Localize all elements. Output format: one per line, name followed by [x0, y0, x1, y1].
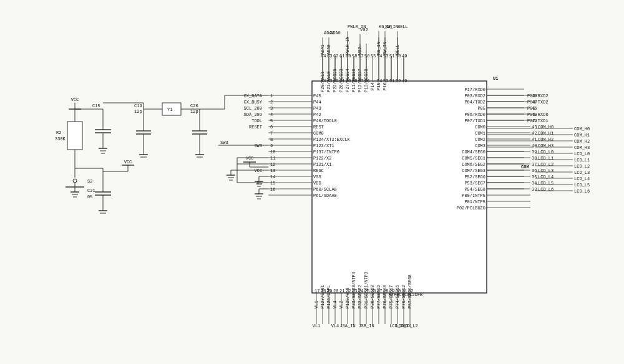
svg-text:12: 12: [270, 162, 275, 167]
svg-text:P03/RXD2: P03/RXD2: [527, 93, 548, 98]
svg-text:P124/XT2:EXCLK: P124/XT2:EXCLK: [313, 137, 351, 142]
svg-text:C20: C20: [190, 103, 198, 108]
svg-text:COM_H1: COM_H1: [574, 133, 590, 138]
svg-text:49: 49: [402, 79, 407, 84]
svg-text:35: 35: [532, 175, 537, 180]
svg-text:P16: P16: [383, 82, 388, 90]
svg-text:P04/TXD2: P04/TXD2: [464, 100, 485, 105]
svg-text:VCC: VCC: [71, 97, 79, 102]
svg-text:REST: REST: [313, 125, 324, 130]
svg-text:58: 58: [352, 54, 357, 59]
svg-text:CX_DATA: CX_DATA: [244, 93, 263, 98]
svg-text:63: 63: [327, 54, 332, 59]
svg-text:23: 23: [352, 289, 357, 294]
svg-text:62: 62: [333, 54, 338, 59]
svg-text:P122/X2: P122/X2: [313, 156, 331, 161]
svg-text:P05: P05: [527, 106, 535, 111]
svg-text:LCD_L6: LCD_L6: [538, 187, 553, 192]
svg-text:P137/INTP0: P137/INTP0: [313, 150, 339, 155]
svg-text:LCD_L5: LCD_L5: [574, 183, 590, 188]
svg-text:P17/RXD0: P17/RXD0: [464, 87, 485, 92]
svg-text:10: 10: [270, 150, 275, 155]
com-label: COM: [521, 165, 529, 170]
svg-text:P06/RXD0: P06/RXD0: [464, 112, 485, 117]
svg-text:P45: P45: [313, 93, 321, 98]
svg-text:SW_IN: SW_IN: [385, 24, 398, 29]
svg-text:VL1: VL1: [314, 300, 319, 309]
svg-text:COM_H2: COM_H2: [574, 139, 590, 144]
svg-text:1: 1: [270, 93, 273, 98]
svg-text:64: 64: [321, 54, 326, 59]
svg-text:LCD_L6: LCD_L6: [574, 189, 590, 194]
svg-text:P60/SCLA0: P60/SCLA0: [313, 187, 337, 192]
svg-text:P07/TXD1: P07/TXD1: [464, 118, 485, 123]
svg-text:P52/SEG6: P52/SEG6: [464, 175, 485, 180]
svg-text:COM_H1: COM_H1: [538, 131, 553, 136]
svg-text:VL2: VL2: [339, 300, 344, 309]
svg-text:VDD: VDD: [313, 181, 321, 186]
schematic-diagram: U1 R7F0C019L2DFB P45 CX_DATA 1 P44 CX_BU…: [0, 0, 624, 364]
svg-text:3: 3: [270, 106, 273, 111]
svg-text:JSA_IN: JSA_IN: [339, 323, 355, 328]
svg-text:41: 41: [532, 137, 537, 142]
svg-text:34: 34: [532, 181, 537, 186]
svg-text:56: 56: [364, 54, 369, 59]
svg-text:CX_BUSY: CX_BUSY: [244, 100, 263, 105]
svg-text:C19: C19: [134, 103, 142, 108]
svg-text:50: 50: [396, 79, 401, 84]
svg-text:VCC: VCC: [254, 168, 262, 173]
svg-text:COM0: COM0: [313, 131, 324, 136]
svg-text:33: 33: [532, 187, 537, 192]
svg-text:SDA_209: SDA_209: [244, 112, 262, 117]
svg-text:SW3: SW3: [220, 140, 228, 145]
svg-text:LCD_L2: LCD_L2: [574, 164, 590, 169]
svg-text:53: 53: [383, 54, 388, 59]
svg-text:LCD_L2: LCD_L2: [538, 162, 553, 167]
svg-text:SCL_209: SCL_209: [244, 106, 262, 111]
svg-text:P53/SEG7: P53/SEG7: [464, 181, 485, 186]
svg-text:57: 57: [358, 54, 363, 59]
svg-text:VCC: VCC: [124, 160, 132, 165]
svg-text:38: 38: [532, 156, 537, 161]
svg-text:Y1: Y1: [167, 107, 172, 112]
svg-text:VL1: VL1: [313, 323, 321, 328]
svg-text:P02/PCLBUZO: P02/PCLBUZO: [457, 206, 485, 211]
svg-text:P54/SEG8: P54/SEG8: [464, 187, 485, 192]
svg-text:LCD_L4: LCD_L4: [574, 176, 590, 181]
svg-text:LCD_L0: LCD_L0: [538, 150, 553, 155]
svg-text:P14: P14: [370, 82, 375, 90]
svg-text:13: 13: [270, 168, 275, 173]
svg-text:05: 05: [87, 194, 92, 199]
svg-text:R2: R2: [56, 130, 61, 135]
svg-text:31: 31: [402, 289, 407, 294]
svg-text:P01/NTP5: P01/NTP5: [464, 199, 485, 204]
svg-text:P03/RXD2: P03/RXD2: [464, 93, 485, 98]
svg-text:P61/SDAA0: P61/SDAA0: [313, 193, 337, 198]
svg-text:LCD_L0: LCD_L0: [574, 151, 590, 156]
svg-text:18: 18: [321, 289, 326, 294]
svg-text:28: 28: [383, 289, 388, 294]
svg-text:BELL: BELL: [397, 24, 408, 29]
svg-text:COM0: COM0: [475, 125, 485, 130]
svg-text:LCD_L3: LCD_L3: [574, 170, 590, 175]
svg-text:60: 60: [346, 54, 351, 59]
svg-text:4: 4: [270, 112, 273, 117]
svg-text:15: 15: [270, 181, 275, 186]
svg-text:V02: V02: [360, 27, 368, 32]
svg-text:COM_H3: COM_H3: [574, 145, 590, 150]
svg-text:42: 42: [532, 131, 537, 136]
svg-text:36: 36: [532, 168, 537, 173]
svg-text:P06/RXD0: P06/RXD0: [527, 112, 548, 117]
svg-text:JSB_IN: JSB_IN: [358, 323, 374, 328]
svg-text:P123/XT1: P123/XT1: [313, 143, 334, 148]
svg-text:RESET: RESET: [249, 125, 262, 130]
svg-text:P121/X1: P121/X1: [313, 162, 331, 167]
svg-text:43: 43: [532, 125, 537, 130]
svg-text:LCD_L1: LCD_L1: [538, 156, 553, 161]
svg-text:37: 37: [532, 162, 537, 167]
svg-text:VL4: VL4: [333, 300, 338, 309]
svg-text:5: 5: [270, 118, 273, 123]
svg-text:27: 27: [377, 289, 382, 294]
svg-text:COM5/SEG1: COM5/SEG1: [462, 156, 485, 161]
svg-text:7: 7: [270, 131, 273, 136]
